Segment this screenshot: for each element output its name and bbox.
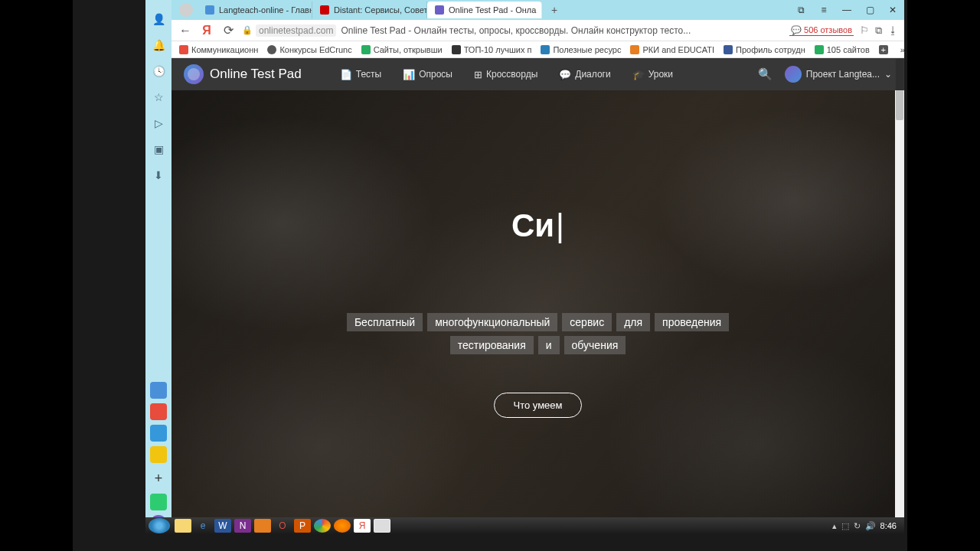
tab-label: Online Test Pad - Онла xyxy=(449,5,536,15)
onenote-icon[interactable]: N xyxy=(234,519,251,533)
ie-icon[interactable]: e xyxy=(194,519,211,533)
tag: многофункциональный xyxy=(427,313,557,331)
start-button[interactable] xyxy=(149,518,170,533)
extensions-icon[interactable]: ⧉ xyxy=(875,24,882,37)
reload-button[interactable]: ⟳ xyxy=(220,23,236,38)
tab-bar: Langteach-online - Главна Distant: Серви… xyxy=(145,0,904,20)
user-name: Проект Langtea... xyxy=(806,69,880,80)
copy-icon[interactable]: ⧉ xyxy=(789,1,812,19)
network-icon[interactable]: ⬚ xyxy=(841,521,849,531)
close-window-button[interactable]: ✕ xyxy=(881,1,904,19)
tray-expand-icon[interactable]: ▴ xyxy=(832,521,837,531)
close-tab-icon[interactable]: × xyxy=(541,5,542,15)
bookmark-item[interactable]: Коммуникационн xyxy=(175,45,263,54)
windows-taskbar: e W N O P Я ▴ ⬚ ↻ 🔊 8:46 xyxy=(145,517,904,534)
back-button[interactable]: ← xyxy=(178,23,193,38)
scrollbar[interactable] xyxy=(895,58,904,533)
tab-3-active[interactable]: Online Test Pad - Онла × xyxy=(427,2,542,18)
bookmark-item[interactable]: ТОП-10 лучших п xyxy=(447,45,537,54)
desktop: 👤 🔔 🕓 ☆ ▷ ▣ ⬇ + Langteach-online - Главн… xyxy=(73,0,907,551)
reviews-badge[interactable]: 💬 506 отзывов xyxy=(789,25,854,36)
bookmark-item[interactable]: РКИ and EDUCATI xyxy=(626,45,719,54)
tag: обучения xyxy=(564,336,626,354)
download-icon[interactable]: ⭳ xyxy=(888,24,898,36)
sidebar-app-5[interactable] xyxy=(150,494,167,510)
user-avatar xyxy=(785,66,802,83)
surveys-icon: 📊 xyxy=(403,69,415,80)
tests-icon: 📄 xyxy=(340,69,352,80)
search-icon[interactable]: 🔍 xyxy=(758,67,773,81)
tab-1[interactable]: Langteach-online - Главна xyxy=(198,2,312,18)
clock[interactable]: 8:46 xyxy=(880,521,897,530)
profile-avatar[interactable] xyxy=(179,3,193,17)
crosswords-icon: ⊞ xyxy=(474,69,482,80)
site-logo[interactable]: Online Test Pad xyxy=(184,64,302,84)
favorites-icon[interactable]: ☆ xyxy=(150,89,167,106)
tag: Бесплатный xyxy=(347,313,423,331)
volume-icon[interactable]: 🔊 xyxy=(865,521,876,531)
firefox-icon[interactable] xyxy=(334,519,351,533)
collections-icon[interactable]: ▣ xyxy=(150,141,167,158)
tab-favicon xyxy=(435,5,444,15)
cta-button[interactable]: Что умеем xyxy=(494,393,581,418)
address-bar: ← Я ⟳ 🔒 onlinetestpad.com Online Test Pa… xyxy=(145,20,904,41)
minimize-button[interactable]: — xyxy=(835,1,858,19)
bookmark-star-icon[interactable]: ⚐ xyxy=(860,24,869,36)
nav-crosswords[interactable]: ⊞Кроссворды xyxy=(466,64,545,85)
lock-icon: 🔒 xyxy=(242,25,253,35)
bookmark-item[interactable]: 105 сайтов xyxy=(810,45,874,54)
history-icon[interactable]: 🕓 xyxy=(150,63,167,80)
opera-icon[interactable]: O xyxy=(274,519,291,533)
tag: проведения xyxy=(655,313,729,331)
ppt-icon[interactable]: P xyxy=(294,519,311,533)
logo-icon xyxy=(184,64,204,84)
bookmark-overflow[interactable]: » xyxy=(896,45,904,54)
word-icon[interactable]: W xyxy=(214,519,231,533)
tab-favicon xyxy=(320,5,329,15)
tab-label: Langteach-online - Главна xyxy=(219,5,312,15)
system-tray: ▴ ⬚ ↻ 🔊 8:46 xyxy=(832,521,901,531)
sidebar-app-4[interactable] xyxy=(150,446,167,463)
browser-window: 👤 🔔 🕓 ☆ ▷ ▣ ⬇ + Langteach-online - Главн… xyxy=(145,0,904,534)
yandex-icon[interactable]: Я xyxy=(354,519,371,533)
page-content: Online Test Pad 📄Тесты 📊Опросы ⊞Кроссвор… xyxy=(172,58,904,534)
bookmark-item[interactable]: Конкурсы EdCrunc xyxy=(263,45,356,54)
new-tab-button[interactable]: + xyxy=(545,2,564,18)
tab-2[interactable]: Distant: Сервисы, Советы xyxy=(312,2,427,18)
nav-surveys[interactable]: 📊Опросы xyxy=(395,64,460,85)
bookmark-item[interactable]: Профиль сотрудн xyxy=(719,45,810,54)
sidebar-add-icon[interactable]: + xyxy=(150,470,167,487)
action-icon[interactable]: ↻ xyxy=(854,521,861,531)
profile-icon[interactable]: 👤 xyxy=(150,11,167,28)
chevron-down-icon: ⌄ xyxy=(884,69,892,80)
notifications-icon[interactable]: 🔔 xyxy=(150,37,167,54)
nav-lessons[interactable]: 🎓Уроки xyxy=(625,64,681,85)
hero-tags: Бесплатный многофункциональный сервис дл… xyxy=(347,313,730,354)
tag: тестирования xyxy=(450,336,534,354)
nav-tests[interactable]: 📄Тесты xyxy=(332,64,389,85)
sidebar-app-2[interactable] xyxy=(150,403,167,420)
play-icon[interactable]: ▷ xyxy=(150,115,167,132)
user-menu[interactable]: Проект Langtea... ⌄ xyxy=(785,66,892,83)
downloads-sidebar-icon[interactable]: ⬇ xyxy=(150,167,167,184)
sidebar-app-1[interactable] xyxy=(150,382,167,399)
maximize-button[interactable]: ▢ xyxy=(858,1,881,19)
explorer-icon[interactable] xyxy=(175,519,191,533)
media-icon[interactable] xyxy=(254,519,271,533)
bookmark-item[interactable]: Полезные ресурс xyxy=(536,45,626,54)
sidebar-app-3[interactable] xyxy=(150,425,167,442)
site-header: Online Test Pad 📄Тесты 📊Опросы ⊞Кроссвор… xyxy=(172,58,904,90)
tab-label: Distant: Сервисы, Советы xyxy=(334,5,427,15)
url-input[interactable]: 🔒 onlinetestpad.com Online Test Pad - Он… xyxy=(242,24,783,37)
app-icon[interactable] xyxy=(374,519,390,533)
brand-name: Online Test Pad xyxy=(210,67,302,82)
tag: сервис xyxy=(562,313,612,331)
tab-favicon xyxy=(205,5,214,15)
nav-dialogs[interactable]: 💬Диалоги xyxy=(551,64,618,85)
menu-icon[interactable]: ≡ xyxy=(812,1,835,19)
yandex-button[interactable]: Я xyxy=(199,23,214,38)
bookmark-add[interactable]: + xyxy=(874,45,896,54)
chrome-icon[interactable] xyxy=(314,519,331,533)
hero-section: Си Бесплатный многофункциональный сервис… xyxy=(172,90,904,534)
bookmark-item[interactable]: Сайты, открывши xyxy=(357,45,447,54)
